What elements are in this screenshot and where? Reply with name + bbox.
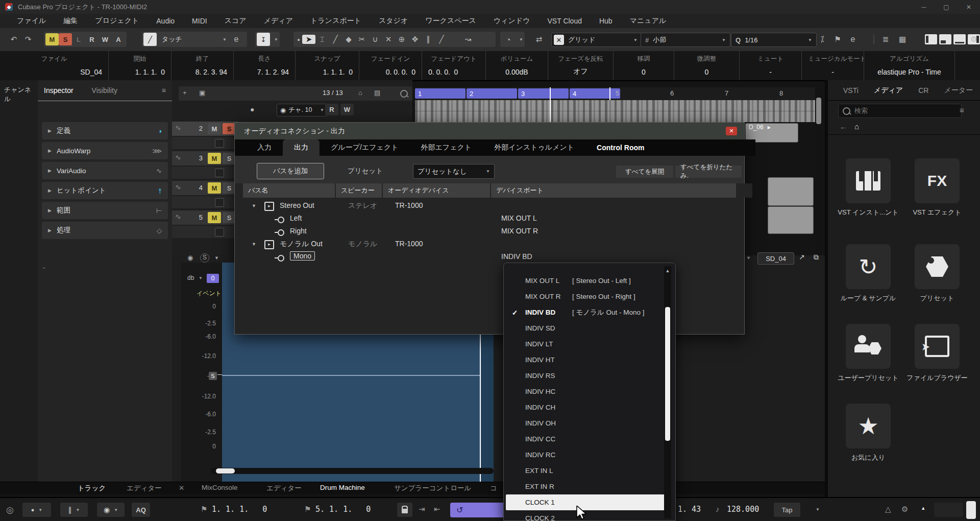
chevron-down-icon[interactable]: ▼ [199,276,203,280]
write-all-button[interactable]: W [99,33,112,45]
mute-all-button[interactable]: M [45,33,59,45]
menu-item[interactable]: プロジェクト [86,16,148,26]
infoline-value[interactable]: 0. 0. 0. 0 [428,68,458,76]
bus-name[interactable]: Right [290,227,307,235]
collapse-triangle-icon[interactable]: ▼ [252,203,256,208]
automation-pen-icon[interactable]: ╱ [143,33,157,46]
editor-h-scrollbar[interactable] [210,468,494,474]
auto-scroll-icon[interactable]: ↧ [257,33,270,46]
infoline-value[interactable]: 1. 1. 1. 0 [135,68,165,76]
scrollbar-thumb[interactable] [216,468,235,473]
redo-icon[interactable]: ↷ [21,35,35,44]
layout-left-zone-button[interactable] [925,34,937,44]
port-menu-item[interactable]: ✓ INDIV BD [ モノラル Out - Mono ] [506,304,666,320]
port-menu-item[interactable]: ✓ INDIV CH [506,399,666,415]
dot-icon[interactable]: ▪ [295,35,302,44]
menu-item[interactable]: MIDI [183,17,216,25]
read-automation-button[interactable]: R [325,104,338,115]
tab-editor[interactable]: エディター [266,484,302,493]
port-menu-item[interactable]: ✓ INDIV RC [506,447,666,463]
mute-tool[interactable]: ✕ [382,35,395,44]
split-tool[interactable]: ✂ [355,35,369,44]
cycle-bar-segment[interactable]: 2 [467,88,517,99]
infoline-value[interactable]: - [831,68,834,76]
mute-button[interactable]: M [208,212,221,223]
bus-row[interactable]: ▼ ▸ Right MIX OUT R [235,225,744,238]
menu-item[interactable]: スタジオ [370,16,416,26]
solo-all-button[interactable]: S [59,33,72,45]
list-view-icon[interactable]: ≡ [960,106,964,114]
metronome-icon[interactable]: △ [885,505,891,514]
timeline-ruler[interactable]: 1234 56789 [415,87,822,101]
inspector-section[interactable]: ▶ AudioWarp ⋙ [42,142,168,159]
performance-display[interactable] [934,503,963,517]
port-menu-item[interactable]: ✓ INDIV OH [506,415,666,431]
infoline-value[interactable]: elastique Pro - Time [877,68,941,76]
grid-type-select[interactable]: # 小節 ▼ [641,33,730,47]
inspector-section[interactable]: ▶ 処理 ◇ [42,222,168,239]
infoline-column[interactable]: ミュート - [740,51,802,80]
right-zone-tab[interactable]: メーター [944,86,973,95]
track-row[interactable]: ∿ 4 M S [172,181,238,210]
media-tile-favorites[interactable]: ★ お気に入り [835,404,901,462]
inspector-menu-icon[interactable]: ≡ [162,86,166,94]
solo-editor-icon[interactable]: S [200,253,209,263]
listen-button[interactable]: L [72,33,85,45]
menu-item[interactable]: マニュアル [621,16,675,26]
tab-mixconsole[interactable]: MixConsole [202,484,238,491]
minimize-button[interactable]: ─ [913,0,935,14]
bus-name[interactable]: モノラル Out [280,240,323,249]
duplicate-window-icon[interactable]: ⧉ [814,253,819,262]
cycle-bar-segment[interactable]: 1 [415,88,465,99]
open-in-window-icon[interactable]: ↗ [799,253,805,261]
layout-lower-zone-button[interactable] [939,34,951,44]
dialog-tab[interactable]: 外部エフェクト [410,139,483,156]
infoline-column[interactable]: 終了 8. 2. 3. 94 [172,51,234,80]
automation-lane[interactable] [172,226,238,238]
infoline-value[interactable]: オフ [573,67,588,76]
glue-tool[interactable]: ∪ [369,35,382,44]
gain-badge[interactable]: 0 [207,274,219,283]
quantize-select[interactable]: Q 1/16 ▼ [731,33,817,47]
bus-row[interactable]: ▼ ▸ Mono INDIV BD [235,251,744,264]
maximize-button[interactable]: ▢ [935,0,958,14]
back-arrow-icon[interactable]: ← [840,122,847,131]
menu-scrollbar[interactable]: ▲ [664,266,671,518]
port-menu-item[interactable]: ✓ INDIV CC [506,431,666,447]
midi-input-icon[interactable]: ▦ [896,35,909,44]
bus-device-port[interactable]: INDIV BD [501,252,532,260]
preset-select[interactable]: プリセットなし▼ [413,164,495,179]
lane-checkbox[interactable] [215,169,224,177]
event-display[interactable] [415,100,822,122]
automation-lane[interactable] [172,167,238,179]
menu-item[interactable]: スコア [216,16,255,26]
close-button[interactable]: ✕ [958,0,980,14]
tempo-value[interactable]: 128.000 [727,505,759,514]
media-tile-user-presets[interactable]: ユーザープリセット [835,324,901,383]
zoom-tool[interactable]: ⊕ [395,35,408,44]
dialog-tab[interactable]: Control Room [585,139,655,156]
menu-item[interactable]: ファイル [8,16,55,26]
track-row[interactable]: ∿ 3 M S [172,151,238,181]
automation-lane[interactable] [172,196,238,208]
port-menu-item[interactable]: ✓ MIX OUT R [ Stereo Out - Right ] [506,289,666,304]
right-zone-tab[interactable]: メディア [874,86,903,95]
port-menu-item[interactable]: ✓ EXT IN L [506,463,666,479]
tab-editor-left[interactable]: エディター [127,484,162,493]
visibility-agents-icon[interactable]: ▣ [199,89,205,97]
comp-tool[interactable]: ∥ [422,35,435,44]
tab-cut-off[interactable]: コ [490,484,497,493]
menu-item[interactable]: VST Cloud [539,17,591,25]
bus-name[interactable]: Left [290,214,302,222]
chevron-down-icon[interactable]: ▼ [214,255,219,260]
right-zone-tab[interactable]: VSTi [843,86,859,94]
dialog-title-bar[interactable]: オーディオコネクション - 出力 [235,123,744,139]
bus-device-port[interactable]: MIX OUT L [501,214,537,222]
infoline-column[interactable]: 微調整 0 [674,51,740,80]
clip-block[interactable] [768,206,814,234]
record-mode-select[interactable]: ●▼ [22,503,51,517]
list-icon[interactable]: ▤ [374,89,380,97]
chevron-down-icon[interactable]: ▼ [274,37,278,42]
jog-select[interactable]: ◉▼ [97,503,125,517]
lane-checkbox[interactable] [215,139,224,148]
